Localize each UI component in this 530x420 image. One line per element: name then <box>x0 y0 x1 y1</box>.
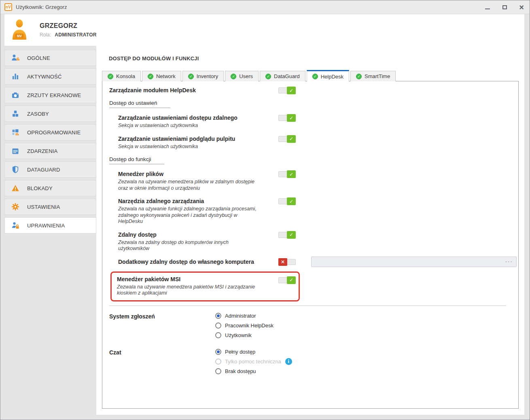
permission-row-remote-access: Zdalny dostęp Zezwala na zdalny dostęp d… <box>109 231 509 252</box>
user-name: GRZEGORZ <box>40 22 97 30</box>
sidebar-item-label: ZRZUTY EKRANOWE <box>27 92 81 98</box>
radio-option-pelny-dostep[interactable]: Pełny dostęp <box>215 349 292 355</box>
toggle-remote-management-tools[interactable]: ✓ <box>278 197 296 206</box>
sidebar-item-label: AKTYWNOŚĆ <box>27 74 62 80</box>
user-header: NV GRZEGORZ Rola: ADMINISTRATOR <box>4 14 524 46</box>
tab-inventory[interactable]: ✓Inventory <box>182 71 224 81</box>
permission-title: Zarządzanie ustawieniami dostępu zdalneg… <box>118 115 509 121</box>
check-icon: ✓ <box>287 170 296 178</box>
tab-label: Users <box>239 73 253 79</box>
radio-group-label: System zgłoszeń <box>109 313 215 339</box>
calendar-icon <box>11 147 20 155</box>
sidebar-item-label: BLOKADY <box>27 185 53 191</box>
permission-row-own-computer-access: Dodatkowy zdalny dostęp do własnego komp… <box>109 259 509 265</box>
tab-helpdesk[interactable]: ✓HelpDesk <box>307 70 349 82</box>
sidebar-item-zasoby[interactable]: ZASOBY <box>4 106 96 122</box>
check-circle-icon: ✓ <box>148 74 153 79</box>
permission-row-remote-management-tools: Narzędzia zdalnego zarządzania Zezwala n… <box>109 198 509 225</box>
sidebar-item-label: USTAWIENIA <box>27 204 60 210</box>
radio-group-label: Czat <box>109 349 215 375</box>
sidebar-item-zdarzenia[interactable]: ZDARZENIA <box>4 143 96 159</box>
check-circle-icon: ✓ <box>108 74 113 79</box>
sidebar-item-label: OGÓLNE <box>27 55 50 61</box>
role-label: Rola: <box>40 32 51 38</box>
minimize-button[interactable] <box>484 4 491 11</box>
radio-option-label: Tylko pomoc techniczna <box>225 358 281 365</box>
check-icon: ✓ <box>287 276 296 284</box>
check-circle-icon: ✓ <box>312 74 318 79</box>
check-circle-icon: ✓ <box>188 74 194 79</box>
sidebar: OGÓLNE AKTYWNOŚĆ ZRZUTY EKRANOWE ZASOBY <box>4 46 96 236</box>
sidebar-item-aktywnosc[interactable]: AKTYWNOŚĆ <box>4 68 96 85</box>
sidebar-item-label: ZASOBY <box>27 111 49 117</box>
gear-icon <box>11 203 20 211</box>
radio-button-icon <box>215 313 221 319</box>
radio-option-label: Pracownik HelpDesk <box>225 322 273 329</box>
check-icon: ✓ <box>287 87 296 94</box>
maximize-button[interactable] <box>501 4 508 11</box>
tab-label: DataGuard <box>274 73 300 79</box>
radio-button-icon <box>215 358 221 365</box>
sidebar-item-label: DATAGUARD <box>27 167 60 173</box>
toggle-helpdesk-module[interactable]: ✓ <box>278 87 296 95</box>
permission-description: Zezwala na zdalny dostęp do komputerów i… <box>118 240 258 252</box>
user-avatar: NV <box>11 19 28 41</box>
radio-option-administrator[interactable]: Administrator <box>215 313 273 319</box>
permission-row-msi-manager: Menedżer pakietów MSI Zezwala na używani… <box>117 276 299 297</box>
browse-button[interactable]: ··· <box>505 260 513 264</box>
tab-network[interactable]: ✓Network <box>142 71 181 81</box>
permission-title: Menedżer pakietów MSI <box>117 276 299 282</box>
permission-row-file-manager: Menedżer plików Zezwala na używanie mene… <box>109 171 509 191</box>
user-permissions-window: nV Użytkownik: Grzegorz × NV GRZE <box>0 0 530 420</box>
window-title: Użytkownik: Grzegorz <box>16 4 484 10</box>
radio-option-label: Użytkownik <box>225 332 252 338</box>
content-panel: DOSTĘP DO MODUŁÓW I FUNKCJI ✓Konsola ✓Ne… <box>96 46 524 415</box>
permission-description: Zezwala na używanie funkcji zdalnego zar… <box>118 206 258 225</box>
remote-access-path-input[interactable]: ··· <box>311 257 517 267</box>
sidebar-item-oprogramowanie[interactable]: OPROGRAMOWANIE <box>4 124 96 140</box>
radio-option-uzytkownik[interactable]: Użytkownik <box>215 332 273 339</box>
section-settings-access: Dostęp do ustawień <box>109 100 509 108</box>
check-circle-icon: ✓ <box>231 74 236 79</box>
bar-chart-icon <box>11 72 20 81</box>
sidebar-item-blokady[interactable]: BLOKADY <box>4 180 96 196</box>
info-icon[interactable]: i <box>285 358 292 365</box>
radio-group-czat: Czat Pełny dostęp Tylko pomoc techniczna… <box>109 349 509 375</box>
sidebar-item-ustawienia[interactable]: USTAWIENIA <box>4 199 96 215</box>
module-tabs: ✓Konsola ✓Network ✓Inventory ✓Users ✓Dat… <box>102 70 519 81</box>
toggle-remote-access[interactable]: ✓ <box>278 231 296 239</box>
helpdesk-permissions-panel: Zarządzanie modułem HelpDesk ✓ Dostęp do… <box>102 81 519 409</box>
radio-button-icon <box>215 322 221 329</box>
permission-description: Zezwala na używanie menedżera pakietów M… <box>117 284 265 297</box>
sidebar-item-zrzuty-ekranowe[interactable]: ZRZUTY EKRANOWE <box>4 87 96 103</box>
toggle-msi-manager[interactable]: ✓ <box>278 276 296 284</box>
toggle-remote-access-settings[interactable]: ✓ <box>278 114 296 122</box>
permission-title: Zdalny dostęp <box>118 231 509 238</box>
tab-dataguard[interactable]: ✓DataGuard <box>260 71 305 81</box>
tab-users[interactable]: ✓Users <box>225 71 259 81</box>
tab-konsola[interactable]: ✓Konsola <box>102 71 141 81</box>
software-icon <box>11 128 20 136</box>
toggle-file-manager[interactable]: ✓ <box>278 170 296 178</box>
radio-option-label: Administrator <box>225 313 256 319</box>
sidebar-item-uprawnienia[interactable]: UPRAWNIENIA <box>4 217 96 233</box>
close-icon: × <box>519 4 524 11</box>
permission-title: Menedżer plików <box>118 171 509 177</box>
sidebar-item-label: UPRAWNIENIA <box>27 223 65 229</box>
user-stats-icon <box>11 54 20 62</box>
tab-label: Network <box>156 73 176 79</box>
radio-option-label: Brak dostępu <box>225 368 256 374</box>
close-button[interactable]: × <box>518 4 525 11</box>
sidebar-item-dataguard[interactable]: DATAGUARD <box>4 161 96 178</box>
sidebar-item-ogolne[interactable]: OGÓLNE <box>4 50 96 66</box>
radio-option-label: Pełny dostęp <box>225 349 255 355</box>
radio-option-pracownik-helpdesk[interactable]: Pracownik HelpDesk <box>215 322 273 329</box>
toggle-desktop-preview-settings[interactable]: ✓ <box>278 135 296 143</box>
role-value: ADMINISTRATOR <box>55 32 96 38</box>
check-circle-icon: ✓ <box>356 74 362 79</box>
toggle-own-computer-access[interactable]: × <box>278 258 296 266</box>
radio-option-brak-dostepu[interactable]: Brak dostępu <box>215 368 292 375</box>
tab-label: HelpDesk <box>321 74 343 80</box>
tab-smarttime[interactable]: ✓SmartTime <box>350 71 396 81</box>
minimize-icon <box>485 8 490 9</box>
